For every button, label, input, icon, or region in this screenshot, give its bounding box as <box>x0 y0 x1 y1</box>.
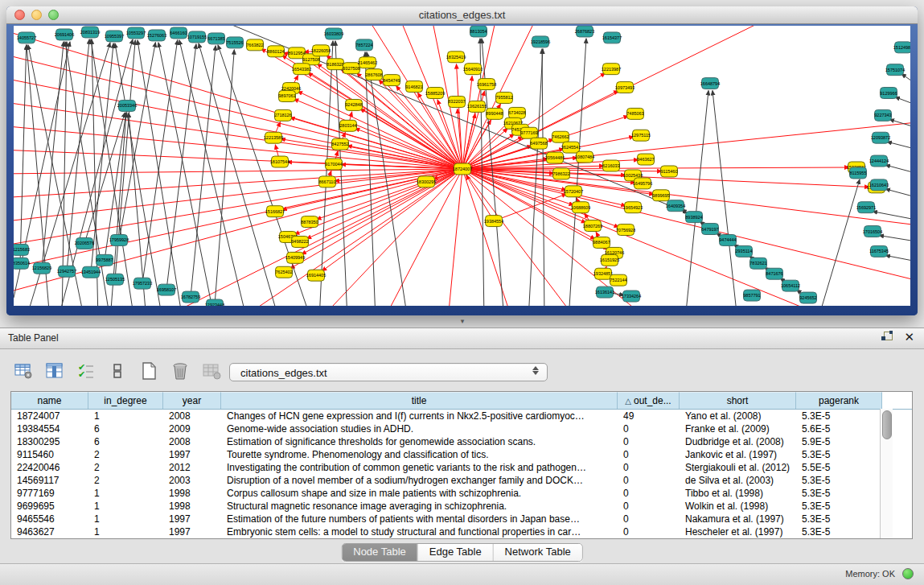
graph-node[interactable]: 8322037 <box>448 96 465 107</box>
graph-node[interactable]: 7832621 <box>749 257 766 269</box>
graph-node[interactable]: 16033809 <box>324 28 343 39</box>
graph-node[interactable]: 19218596 <box>531 36 550 47</box>
table-row[interactable]: 1938455462009Genome-wide association stu… <box>11 422 912 435</box>
graph-node[interactable]: 9474444 <box>719 235 736 246</box>
column-header-pagerank[interactable]: pagerank <box>796 392 882 409</box>
tab-node-table[interactable]: Node Table <box>342 544 418 561</box>
graph-node[interactable]: 9245652 <box>799 292 816 303</box>
graph-node[interactable]: 7955812 <box>495 93 512 104</box>
graph-node[interactable]: 17959928 <box>109 235 129 246</box>
graph-node[interactable]: 20206576 <box>75 237 94 249</box>
graph-node[interactable]: 7986322 <box>552 168 569 179</box>
graph-node[interactable]: 8813054 <box>470 26 487 37</box>
new-table-icon[interactable] <box>138 360 159 381</box>
graph-node[interactable]: 7515526 <box>226 37 243 48</box>
graph-node[interactable]: 15166827 <box>265 206 285 217</box>
graph-node[interactable]: 14055727 <box>17 32 36 43</box>
graph-node[interactable]: 11215683 <box>14 244 30 255</box>
graph-node[interactable]: 16543382 <box>292 64 311 75</box>
graph-node[interactable]: 9242848 <box>345 99 362 110</box>
graph-node[interactable]: 8860124 <box>267 46 284 57</box>
merge-rows-icon[interactable] <box>107 360 128 381</box>
graph-node[interactable]: 20831319 <box>80 27 100 38</box>
graph-node[interactable]: 18724007 <box>453 163 472 175</box>
graph-node[interactable]: 12213987 <box>602 64 621 75</box>
graph-node[interactable]: 15692971 <box>856 202 876 213</box>
graph-node[interactable]: 15720407 <box>564 186 583 197</box>
graph-node[interactable]: 19384554 <box>484 216 503 227</box>
table-row[interactable]: 1456911722003Disruption of a novel membe… <box>11 474 912 487</box>
graph-node[interactable]: 13626155 <box>467 101 487 112</box>
window-titlebar[interactable]: citations_edges.txt <box>6 6 918 24</box>
column-header-in_degree[interactable]: in_degree <box>88 392 163 409</box>
table-row[interactable]: 911546021997Tourette syndrome. Phenomeno… <box>11 448 912 461</box>
graph-node[interactable]: 8186328 <box>326 59 343 70</box>
tab-edge-table[interactable]: Edge Table <box>418 544 494 561</box>
graph-node[interactable]: 16958107 <box>157 284 176 295</box>
graph-node[interactable]: 18325419 <box>446 51 466 63</box>
graph-node[interactable]: 70756928 <box>616 225 635 236</box>
column-header-name[interactable]: name <box>11 392 88 409</box>
graph-node[interactable]: 16210643 <box>869 179 889 191</box>
table-row[interactable]: 977716911998Corpus callosum shape and si… <box>11 487 912 500</box>
graph-node[interactable]: 9170044 <box>325 159 342 170</box>
graph-node[interactable]: 7522144 <box>610 274 626 286</box>
graph-node[interactable]: 16136141 <box>595 286 614 298</box>
graph-node[interactable]: 10654112 <box>781 280 800 291</box>
graph-node[interactable]: 15885209 <box>425 88 445 99</box>
table-row[interactable]: 946554611997Estimation of the future num… <box>11 513 912 525</box>
graph-node[interactable]: 10719155 <box>187 31 207 43</box>
row-checklist-icon[interactable]: ✔ ✔ <box>76 360 97 381</box>
column-header-title[interactable]: title <box>221 392 618 409</box>
graph-node[interactable]: 17957233 <box>133 278 152 289</box>
graph-node[interactable]: 15409949 <box>285 252 305 263</box>
graph-node[interactable]: 17334264 <box>622 290 641 302</box>
graph-node[interactable]: 6216033 <box>602 160 619 171</box>
graph-node[interactable]: 9129966 <box>880 88 897 99</box>
graph-node[interactable]: 19654923 <box>623 202 643 213</box>
graph-node[interactable]: 10553297 <box>126 27 146 39</box>
graph-node[interactable]: 16495796 <box>633 178 652 189</box>
graph-node[interactable]: 9115460 <box>661 166 678 177</box>
graph-node[interactable]: 9897061 <box>278 91 295 102</box>
graph-node[interactable]: 9463627 <box>637 154 654 165</box>
table-row[interactable]: 969969511998Structural magnetic resonanc… <box>11 500 912 513</box>
graph-node[interactable]: 8427552 <box>331 138 348 150</box>
graph-node[interactable]: 7663822 <box>246 39 263 51</box>
graph-node[interactable]: 13451944 <box>81 266 101 278</box>
close-panel-icon[interactable]: ✕ <box>904 332 914 343</box>
column-header-out_de[interactable]: △out_de... <box>618 392 680 409</box>
graph-node[interactable]: 11675345 <box>869 245 889 257</box>
graph-node[interactable]: 16782759 <box>181 291 200 303</box>
graph-node[interactable]: 2718126 <box>274 109 291 121</box>
graph-node[interactable]: 15124980 <box>893 42 910 53</box>
graph-node[interactable]: 18300295 <box>417 176 436 187</box>
graph-node[interactable]: 12444124 <box>869 155 889 167</box>
graph-node[interactable]: 12923448 <box>205 299 224 306</box>
graph-node[interactable]: 7857224 <box>355 39 372 51</box>
table-row[interactable]: 1830029562008Estimation of significance … <box>11 435 912 448</box>
graph-node[interactable]: 10955397 <box>105 31 124 42</box>
graph-node[interactable]: 18807269 <box>583 220 602 232</box>
graph-node[interactable]: 16154377 <box>602 32 622 43</box>
tab-network-table[interactable]: Network Table <box>494 544 582 561</box>
graph-node[interactable]: 7462662 <box>552 131 569 142</box>
graph-node[interactable]: 6479197 <box>701 224 718 235</box>
graph-node[interactable]: 18226058 <box>311 45 331 56</box>
graph-node[interactable]: 2935114 <box>736 245 753 257</box>
select-column-icon[interactable] <box>44 360 65 381</box>
graph-node[interactable]: 9975887 <box>96 254 113 266</box>
graph-node[interactable]: 12942757 <box>57 266 76 277</box>
delete-trash-icon[interactable] <box>170 360 191 381</box>
float-panel-icon[interactable] <box>881 332 893 343</box>
graph-node[interactable]: 9498222 <box>291 236 308 247</box>
graph-node[interactable]: 20691406 <box>55 29 74 40</box>
graph-node[interactable]: 16409354 <box>666 200 685 212</box>
graph-node[interactable]: 16151925 <box>600 254 619 266</box>
graph-node[interactable]: 16961758 <box>477 79 496 90</box>
graph-node[interactable]: 9227343 <box>874 109 891 121</box>
graph-node[interactable]: 36245541 <box>561 142 581 153</box>
graph-node[interactable]: 9884067 <box>593 237 610 248</box>
graph-node[interactable]: 20564486 <box>545 152 565 163</box>
table-row[interactable]: 1872400712008Changes of HCN gene express… <box>11 410 912 422</box>
